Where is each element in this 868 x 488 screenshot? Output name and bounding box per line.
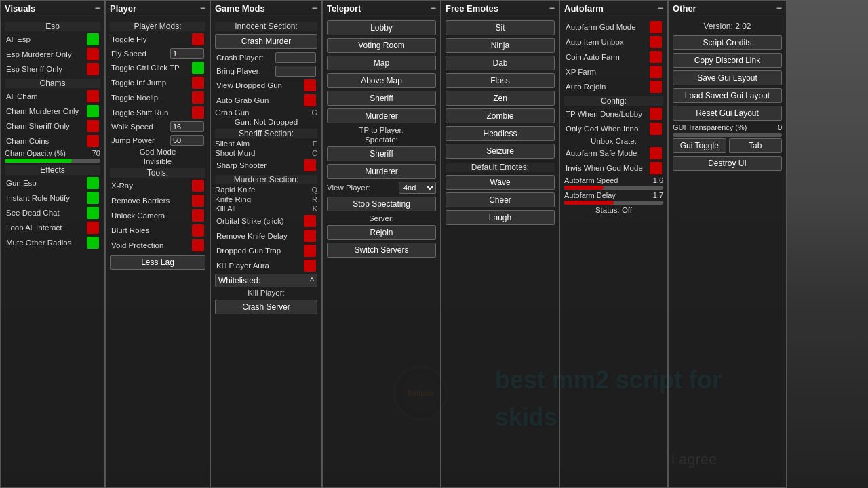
gui-toggle-btn[interactable]: Gui Toggle xyxy=(673,138,726,153)
crash-player-input[interactable] xyxy=(275,52,316,63)
tp-sheriff-btn[interactable]: Sheriff xyxy=(327,91,436,106)
load-gui-btn[interactable]: Load Saved Gui Layout xyxy=(673,88,782,103)
walk-speed-input[interactable] xyxy=(170,121,204,132)
ctrl-click-tp-btn[interactable] xyxy=(192,62,204,74)
cham-opacity-track[interactable] xyxy=(5,159,100,163)
coin-auto-farm-toggle[interactable] xyxy=(650,51,662,63)
autofarm-delay-fill xyxy=(564,201,614,205)
destroy-ui-btn[interactable]: Destroy UI xyxy=(673,156,782,171)
unlock-camera-toggle[interactable] xyxy=(192,209,204,222)
fly-speed-label: Fly Speed xyxy=(111,49,170,58)
spectate-sheriff-btn[interactable]: Sheriff xyxy=(327,146,436,161)
toggle-noclip-btn[interactable] xyxy=(192,92,204,104)
cham-sheriff-toggle[interactable] xyxy=(87,120,99,132)
auto-item-unbox-toggle[interactable] xyxy=(650,36,662,48)
auto-rejoin-toggle[interactable] xyxy=(650,81,662,93)
autofarm-god-mode-toggle[interactable] xyxy=(650,21,662,33)
view-dropped-gun-toggle[interactable] xyxy=(304,79,316,92)
auto-grab-gun-toggle[interactable] xyxy=(304,94,316,106)
toggle-inf-jump-btn[interactable] xyxy=(192,77,204,89)
instant-role-toggle[interactable] xyxy=(87,192,99,204)
tp-above-map-btn[interactable]: Above Map xyxy=(327,73,436,88)
discord-link-btn[interactable]: Copy Discord Link xyxy=(673,53,782,68)
emote-seizure-btn[interactable]: Seizure xyxy=(446,144,555,159)
cham-coins-row: Cham Coins xyxy=(5,134,100,148)
knife-ring-key: R xyxy=(312,195,317,203)
tp-to-player-label: TP to Player: xyxy=(327,126,436,134)
knife-ring-row: Knife Ring R xyxy=(215,195,317,203)
esp-sheriff-toggle[interactable] xyxy=(87,63,99,75)
crash-murder-btn[interactable]: Crash Murder xyxy=(215,34,317,49)
emote-zombie-btn[interactable]: Zombie xyxy=(446,108,555,123)
switch-servers-btn[interactable]: Switch Servers xyxy=(327,243,436,258)
stop-spectating-btn[interactable]: Stop Spectating xyxy=(327,197,436,211)
save-gui-btn[interactable]: Save Gui Layout xyxy=(673,70,782,85)
tab-btn[interactable]: Tab xyxy=(729,138,783,153)
gui-transparency-bar[interactable] xyxy=(673,133,782,137)
emote-headless-btn[interactable]: Headless xyxy=(446,126,555,141)
player-title: Player xyxy=(110,3,136,14)
tp-murderer-btn[interactable]: Murderer xyxy=(327,108,436,123)
emote-ninja-btn[interactable]: Ninja xyxy=(446,38,555,53)
free-emotes-minimize[interactable]: − xyxy=(549,3,555,14)
emote-cheer-btn[interactable]: Cheer xyxy=(446,192,555,207)
other-minimize[interactable]: − xyxy=(776,3,782,14)
all-esp-toggle[interactable] xyxy=(87,33,99,45)
dropped-gun-trap-toggle[interactable] xyxy=(304,245,316,257)
reset-gui-btn[interactable]: Reset Gui Layout xyxy=(673,106,782,121)
kill-player-aura-toggle[interactable] xyxy=(304,260,316,272)
crash-server-btn[interactable]: Crash Server xyxy=(215,300,317,314)
emote-zen-btn[interactable]: Zen xyxy=(446,91,555,106)
fly-speed-input[interactable] xyxy=(170,48,204,59)
cham-murderer-toggle[interactable] xyxy=(87,105,99,117)
emote-floss-btn[interactable]: Floss xyxy=(446,73,555,88)
game-mods-minimize[interactable]: − xyxy=(312,3,317,14)
loop-interact-toggle[interactable] xyxy=(87,222,99,234)
remove-barriers-toggle[interactable] xyxy=(192,195,204,207)
sharp-shooter-toggle[interactable] xyxy=(304,159,316,171)
esp-murderer-row: Esp Murderer Only xyxy=(5,47,100,61)
only-god-when-inno-toggle[interactable] xyxy=(650,123,662,135)
x-ray-toggle[interactable] xyxy=(192,180,204,192)
cham-opacity-fill xyxy=(5,159,72,163)
autofarm-minimize[interactable]: − xyxy=(658,3,663,14)
xp-farm-toggle[interactable] xyxy=(650,66,662,78)
bring-player-input[interactable] xyxy=(275,66,316,77)
gun-esp-toggle[interactable] xyxy=(87,177,99,189)
emote-wave-btn[interactable]: Wave xyxy=(446,175,555,190)
visuals-minimize[interactable]: − xyxy=(95,3,100,14)
toggle-fly-btn[interactable] xyxy=(192,33,204,45)
visuals-header: Visuals − xyxy=(1,1,104,16)
jump-power-input[interactable] xyxy=(170,135,204,146)
script-credits-btn[interactable]: Script Credits xyxy=(673,35,782,50)
auto-grab-gun-row: Auto Grab Gun xyxy=(215,94,317,107)
tp-lobby-btn[interactable]: Lobby xyxy=(327,20,436,35)
tp-voting-room-btn[interactable]: Voting Room xyxy=(327,38,436,53)
emote-laugh-btn[interactable]: Laugh xyxy=(446,210,555,225)
tp-when-done-toggle[interactable] xyxy=(650,108,662,120)
autofarm-speed-track[interactable] xyxy=(564,186,663,190)
view-player-select[interactable]: 4nd xyxy=(399,182,436,194)
blurt-roles-toggle[interactable] xyxy=(192,224,204,237)
teleport-minimize[interactable]: − xyxy=(431,3,436,14)
see-dead-chat-toggle[interactable] xyxy=(87,207,99,219)
emote-sit-btn[interactable]: Sit xyxy=(446,20,555,35)
invis-when-god-toggle[interactable] xyxy=(650,162,662,174)
remove-knife-delay-toggle[interactable] xyxy=(304,230,316,242)
esp-murderer-toggle[interactable] xyxy=(87,48,99,60)
all-cham-toggle[interactable] xyxy=(87,90,99,102)
orbital-strike-toggle[interactable] xyxy=(304,215,316,227)
void-protection-toggle[interactable] xyxy=(192,239,204,251)
tp-map-btn[interactable]: Map xyxy=(327,56,436,70)
autofarm-safe-mode-toggle[interactable] xyxy=(650,147,662,159)
mute-radios-toggle[interactable] xyxy=(87,237,99,249)
emote-dab-btn[interactable]: Dab xyxy=(446,56,555,70)
player-minimize[interactable]: − xyxy=(200,3,205,14)
spectate-murderer-btn[interactable]: Murderer xyxy=(327,164,436,179)
less-lag-btn[interactable]: Less Lag xyxy=(110,255,205,270)
rejoin-btn[interactable]: Rejoin xyxy=(327,225,436,240)
toggle-shift-run-btn[interactable] xyxy=(192,106,204,119)
other-content: Version: 2.02 Script Credits Copy Discor… xyxy=(669,16,786,487)
cham-coins-toggle[interactable] xyxy=(87,135,99,147)
autofarm-delay-track[interactable] xyxy=(564,201,663,205)
